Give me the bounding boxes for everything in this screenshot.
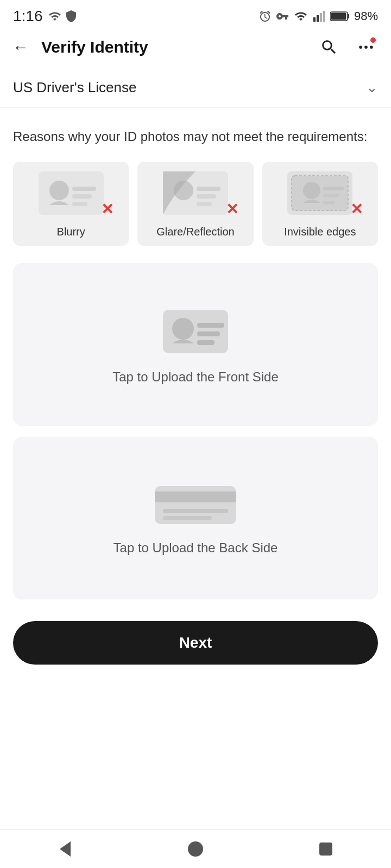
signal-bars-icon	[313, 10, 326, 23]
svg-rect-25	[323, 201, 335, 205]
nav-back-icon	[60, 841, 71, 857]
svg-point-22	[303, 182, 320, 199]
svg-rect-13	[72, 194, 92, 199]
invisible-edges-x-mark: ✕	[350, 200, 363, 218]
top-nav: ← Verify Identity	[0, 30, 391, 68]
back-button[interactable]: ←	[9, 35, 33, 59]
nav-home-button[interactable]	[174, 834, 217, 864]
invisible-edges-icon-area: ✕	[269, 171, 371, 215]
svg-rect-23	[323, 187, 344, 190]
alarm-icon	[258, 10, 272, 23]
svg-point-7	[359, 46, 362, 49]
back-arrow-icon: ←	[12, 38, 29, 56]
security-icon	[65, 10, 78, 23]
nav-left: ← Verify Identity	[9, 35, 148, 59]
upload-front-zone[interactable]: Tap to Upload the Front Side	[13, 263, 378, 426]
dropdown-selected-value: US Driver's License	[13, 79, 136, 96]
blurry-card-image	[39, 171, 104, 215]
svg-point-27	[172, 318, 194, 340]
status-bar-right: 98%	[258, 9, 378, 23]
svg-rect-17	[197, 187, 220, 191]
next-button-wrapper: Next	[0, 604, 391, 678]
svg-rect-3	[323, 11, 325, 22]
invisible-edges-image-icon	[287, 171, 352, 215]
glare-card-image	[163, 171, 228, 215]
error-card-invisible-edges: ✕ Invisible edges	[262, 162, 378, 246]
svg-rect-5	[348, 14, 349, 18]
svg-point-8	[364, 46, 368, 49]
front-id-icon	[160, 304, 231, 359]
svg-point-9	[370, 46, 373, 49]
svg-rect-10	[39, 171, 104, 215]
document-type-dropdown[interactable]: US Driver's License ⌄	[0, 68, 391, 107]
blurry-x-mark: ✕	[101, 200, 113, 218]
page-title: Verify Identity	[41, 38, 148, 56]
search-button[interactable]	[317, 35, 341, 59]
svg-rect-0	[313, 17, 316, 22]
svg-rect-1	[317, 15, 319, 22]
back-upload-icon-area	[152, 481, 239, 529]
upload-back-zone[interactable]: Tap to Upload the Back Side	[13, 437, 378, 599]
glare-icon-area: ✕	[144, 171, 247, 215]
svg-rect-14	[72, 202, 87, 206]
glare-x-mark: ✕	[226, 200, 238, 218]
status-time: 1:16	[13, 8, 43, 25]
svg-rect-2	[320, 13, 322, 22]
status-icons-left	[48, 10, 78, 23]
wifi-icon	[293, 10, 308, 23]
upload-back-label: Tap to Upload the Back Side	[113, 540, 278, 556]
svg-rect-32	[155, 492, 236, 502]
svg-rect-33	[163, 509, 228, 513]
nav-recents-button[interactable]	[304, 834, 348, 864]
invisible-edges-label: Invisible edges	[284, 226, 356, 238]
svg-rect-28	[197, 323, 224, 328]
svg-rect-19	[197, 202, 212, 206]
svg-rect-34	[163, 516, 212, 520]
invisible-edges-card-image	[287, 171, 352, 215]
signal-icon	[48, 10, 61, 23]
glare-label: Glare/Reflection	[156, 226, 234, 238]
nav-recents-icon	[319, 843, 332, 856]
blurry-label: Blurry	[57, 226, 85, 238]
notification-dot	[370, 37, 376, 43]
info-text: Reasons why your ID photos may not meet …	[0, 107, 391, 157]
svg-rect-24	[323, 194, 339, 197]
status-bar: 1:16	[0, 0, 391, 30]
svg-rect-6	[331, 13, 346, 20]
blurry-icon-area: ✕	[20, 171, 122, 215]
error-card-glare: ✕ Glare/Reflection	[137, 162, 253, 246]
more-options-button[interactable]	[354, 35, 378, 59]
svg-rect-18	[197, 194, 216, 199]
error-cards-row: ✕ Blurry ✕ Glare/Reflection	[0, 157, 391, 259]
svg-rect-12	[72, 187, 96, 191]
nav-right	[317, 35, 378, 59]
error-card-blurry: ✕ Blurry	[13, 162, 129, 246]
svg-point-11	[49, 181, 69, 200]
nav-home-icon	[188, 841, 203, 857]
nav-back-button[interactable]	[43, 834, 87, 864]
front-upload-icon-area	[160, 304, 231, 359]
next-button[interactable]: Next	[13, 621, 378, 665]
blurry-image-icon	[39, 171, 104, 215]
upload-front-label: Tap to Upload the Front Side	[112, 369, 279, 385]
chevron-down-icon: ⌄	[366, 79, 378, 96]
svg-rect-29	[197, 331, 220, 336]
svg-rect-30	[197, 340, 215, 345]
glare-image-icon	[163, 171, 228, 215]
svg-point-16	[174, 181, 193, 200]
search-icon	[320, 38, 338, 56]
back-id-icon	[152, 481, 239, 529]
key-icon	[276, 10, 289, 23]
status-bar-left: 1:16	[13, 8, 78, 25]
bottom-nav-bar	[0, 829, 391, 868]
battery-percent: 98%	[354, 9, 378, 23]
battery-icon	[330, 11, 350, 22]
